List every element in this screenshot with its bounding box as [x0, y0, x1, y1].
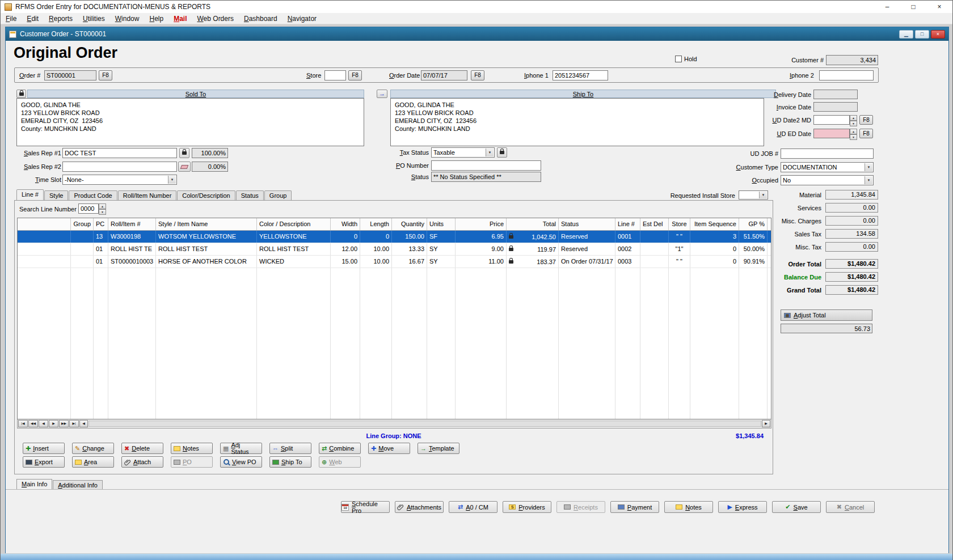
combine-button[interactable]: ⇄Combine — [319, 443, 361, 454]
col-header-pc[interactable]: PC — [94, 218, 108, 230]
export-button[interactable]: Export — [23, 456, 65, 468]
po-button[interactable]: PO — [171, 456, 213, 468]
order-number-field[interactable]: ST000001 — [44, 70, 96, 80]
order-number-f8-button[interactable]: F8 — [99, 70, 112, 80]
table-row[interactable]: 01ST0000010003HORSE OF ANOTHER COLORWICK… — [18, 256, 771, 268]
ud-ed-date-spinner[interactable]: ▲▼ — [850, 129, 857, 138]
area-button[interactable]: Area — [72, 456, 114, 468]
payment-button[interactable]: Payment — [610, 501, 659, 513]
col-header-units[interactable]: Units — [427, 218, 456, 230]
col-header-total[interactable]: Total — [507, 218, 559, 230]
hold-checkbox[interactable] — [675, 56, 682, 62]
store-field[interactable] — [324, 70, 346, 80]
delivery-date-field[interactable] — [813, 90, 858, 99]
table-row[interactable]: 13W3000198WOTSOM YELLOWSTONEYELLOWSTONE0… — [18, 231, 771, 243]
tax-status-lock-button[interactable] — [497, 147, 507, 158]
menu-item-help[interactable]: Help — [144, 14, 168, 24]
po-number-field[interactable] — [431, 160, 541, 171]
col-header-store[interactable]: Store — [669, 218, 690, 230]
notes-button[interactable]: Notes — [171, 443, 213, 454]
menu-item-navigator[interactable]: Navigator — [282, 14, 322, 24]
sold-to-lock-button[interactable] — [16, 90, 26, 98]
chevron-down-icon[interactable]: ▼ — [865, 176, 872, 184]
menu-item-edit[interactable]: Edit — [22, 14, 44, 24]
menu-item-file[interactable]: File — [1, 14, 22, 24]
store-f8-button[interactable]: F8 — [348, 70, 362, 80]
copy-sold-to-ship-button[interactable]: → — [377, 90, 387, 98]
time-slot-dropdown[interactable]: -None-▼ — [62, 175, 177, 185]
tab-color-description[interactable]: Color/Description — [177, 190, 235, 200]
delete-button[interactable]: ✖Delete — [121, 443, 163, 454]
chevron-down-icon[interactable]: ▼ — [486, 149, 494, 156]
search-line-number-field[interactable]: 0000 — [78, 203, 99, 214]
tax-status-dropdown[interactable]: Taxable▼ — [431, 147, 495, 158]
tab-status[interactable]: Status — [236, 190, 264, 200]
nav-prior-button[interactable]: ◀ — [39, 420, 48, 427]
col-header-price[interactable]: Price — [456, 218, 507, 230]
table-row[interactable]: 01ROLL HIST TEROLL HIST TESTROLL HIST TE… — [18, 243, 771, 256]
close-icon[interactable]: × — [926, 1, 952, 13]
ship-to-address-box[interactable]: GOOD, GLINDA THE123 YELLOW BRICK ROADEME… — [390, 98, 764, 146]
col-header-length[interactable]: Length — [360, 218, 392, 230]
col-header-gp[interactable]: GP % — [739, 218, 768, 230]
a0-cm-button[interactable]: ⇄A0 / CM — [449, 501, 497, 513]
sales-rep1-field[interactable]: DOC TEST — [62, 148, 177, 158]
template-button[interactable]: →Template — [418, 443, 459, 454]
express-button[interactable]: ▶Express — [718, 501, 767, 513]
nav-first-button[interactable]: |◀ — [18, 420, 28, 427]
col-header-item-sequence[interactable]: Item Sequence — [690, 218, 739, 230]
menu-item-window[interactable]: Window — [110, 14, 145, 24]
window-close-icon[interactable]: × — [931, 30, 945, 39]
chevron-down-icon[interactable]: ▼ — [865, 163, 872, 171]
sold-to-address-box[interactable]: GOOD, GLINDA THE123 YELLOW BRICK ROADEME… — [16, 98, 364, 146]
view-po-button[interactable]: View PO — [220, 456, 262, 468]
sold-to-header[interactable]: Sold To — [27, 90, 364, 98]
menu-item-dashboard[interactable]: Dashboard — [239, 14, 282, 24]
ud-date2-spinner[interactable]: ▲▼ — [850, 115, 857, 125]
receipts-button[interactable]: Receipts — [556, 501, 605, 513]
notes-button[interactable]: Notes — [664, 501, 713, 513]
schedule-pro-button[interactable]: 10Schedule Pro — [341, 501, 390, 513]
nav-next-button[interactable]: ▶ — [49, 420, 58, 427]
ud-date2-f8-button[interactable]: F8 — [859, 115, 873, 125]
ship-to-button[interactable]: Ship To — [269, 456, 311, 468]
nav-last-button[interactable]: ▶| — [69, 420, 79, 427]
attachments-button[interactable]: Attachments — [395, 501, 444, 513]
sales-rep2-field[interactable] — [62, 162, 177, 172]
iphone1-field[interactable]: 2051234567 — [553, 70, 608, 80]
window-minimize-icon[interactable]: ▁ — [899, 30, 913, 39]
scroll-right-icon[interactable]: ▶ — [762, 420, 770, 427]
nav-next-page-button[interactable]: ▶▶ — [59, 420, 69, 427]
occupied-dropdown[interactable]: No▼ — [781, 175, 874, 185]
maximize-icon[interactable]: □ — [900, 1, 926, 13]
insert-button[interactable]: ✚Insert — [23, 443, 65, 454]
col-header-group[interactable]: Group — [71, 218, 94, 230]
ud-ed-date-f8-button[interactable]: F8 — [859, 129, 873, 138]
adj-status-button[interactable]: ▦Adj Status — [220, 443, 262, 454]
tab-main-info[interactable]: Main Info — [16, 479, 52, 490]
move-button[interactable]: ✚Move — [368, 443, 410, 454]
tab-roll-item-number[interactable]: Roll/Item Number — [118, 190, 177, 200]
menu-item-reports[interactable]: Reports — [44, 14, 78, 24]
col-header-line[interactable]: Line # — [615, 218, 640, 230]
col-header-quantity[interactable]: Quantity — [392, 218, 427, 230]
col-header-est-del[interactable]: Est Del — [640, 218, 669, 230]
order-date-field[interactable]: 07/07/17 — [421, 70, 467, 80]
tab-additional-info[interactable]: Additional Info — [53, 480, 103, 490]
tab-group[interactable]: Group — [264, 190, 292, 200]
status-field[interactable]: ** No Status Specified ** — [431, 172, 541, 182]
iphone2-field[interactable] — [819, 70, 874, 80]
window-restore-icon[interactable]: □ — [915, 30, 929, 39]
customer-type-dropdown[interactable]: DOCUMENTATION▼ — [781, 162, 874, 172]
cancel-button[interactable]: ✖Cancel — [826, 501, 875, 513]
col-header-status[interactable]: Status — [559, 218, 615, 230]
col-header-color-description[interactable]: Color / Description — [257, 218, 331, 230]
col-header-roll-item[interactable]: Roll/Item # — [108, 218, 156, 230]
tab-product-code[interactable]: Product Code — [69, 190, 117, 200]
invoice-date-field[interactable] — [813, 102, 858, 112]
chevron-down-icon[interactable]: ▼ — [168, 176, 176, 184]
col-header-style-item-name[interactable]: Style / Item Name — [156, 218, 257, 230]
sales-rep1-lock-button[interactable] — [179, 148, 189, 158]
tab-line[interactable]: Line # — [16, 189, 44, 200]
ship-to-header[interactable]: Ship To — [390, 90, 776, 98]
